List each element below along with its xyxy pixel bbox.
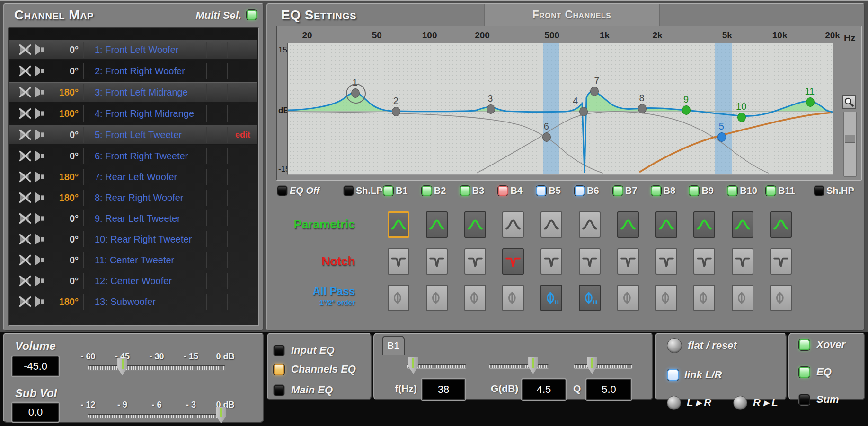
scope-led[interactable]: [274, 385, 284, 396]
band-toggle-b8[interactable]: B8: [651, 185, 676, 196]
view-toggle-eq[interactable]: EQ: [799, 366, 832, 378]
notch-button-b3[interactable]: [464, 248, 486, 275]
band-toggle-b3[interactable]: B3: [460, 185, 485, 196]
channel-row[interactable]: 0°6: Front Right Tweeter: [9, 147, 257, 165]
allpass-button-b5[interactable]: [540, 285, 562, 311]
eq-point-8[interactable]: [638, 104, 647, 113]
eq-point-11[interactable]: [806, 97, 815, 107]
band-toggle-b7[interactable]: B7: [613, 185, 638, 196]
scope-item-input-eq[interactable]: Input EQ: [274, 344, 335, 356]
phase-value[interactable]: 180°: [49, 190, 84, 206]
allpass-button-b7[interactable]: [617, 285, 639, 311]
allpass-button-b9[interactable]: [693, 285, 715, 311]
speaker-icon[interactable]: [34, 274, 49, 287]
parametric-button-b7[interactable]: [617, 211, 639, 238]
channel-name[interactable]: 13: Subwoofer: [90, 296, 206, 307]
scope-item-main-eq[interactable]: Main EQ: [274, 384, 333, 396]
parametric-button-b9[interactable]: [693, 211, 715, 238]
phase-value[interactable]: 0°: [49, 231, 84, 247]
q-slider-track[interactable]: [574, 364, 632, 368]
channel-row[interactable]: 180°13: Subwoofer: [9, 292, 257, 311]
phase-value[interactable]: 180°: [49, 294, 84, 310]
speaker-mute-icon[interactable]: [19, 149, 34, 163]
allpass-button-b6[interactable]: [579, 285, 601, 311]
notch-button-b2[interactable]: [426, 248, 448, 275]
band-toggle-b9[interactable]: B9: [689, 185, 714, 196]
band-toggle-b5[interactable]: B5: [536, 185, 561, 196]
eq-point-6[interactable]: [542, 132, 551, 142]
speaker-mute-icon[interactable]: [19, 128, 34, 141]
speaker-mute-icon[interactable]: [19, 64, 34, 78]
allpass-button-b10[interactable]: [732, 285, 753, 311]
sub-vol-slider[interactable]: [88, 414, 225, 418]
allpass-button-b11[interactable]: [770, 285, 792, 311]
phase-value[interactable]: 180°: [49, 169, 84, 185]
eq-point-2[interactable]: [392, 107, 400, 116]
phase-value[interactable]: 0°: [49, 42, 84, 58]
band-toggle-b1[interactable]: B1: [383, 185, 408, 196]
speaker-icon[interactable]: [34, 64, 49, 78]
band-toggle-b4[interactable]: B4: [498, 185, 523, 196]
speaker-mute-icon[interactable]: [19, 107, 34, 120]
shelf-highpass-toggle-led[interactable]: [814, 186, 824, 196]
speaker-icon[interactable]: [34, 253, 49, 267]
channel-name[interactable]: 6: Front Right Tweeter: [90, 151, 206, 162]
allpass-button-b8[interactable]: [655, 285, 677, 311]
view-led[interactable]: [799, 367, 810, 378]
band-toggle-b11-led[interactable]: [766, 186, 776, 196]
volume-slider-track[interactable]: [88, 365, 225, 370]
parametric-button-b11[interactable]: [770, 211, 792, 238]
speaker-mute-icon[interactable]: [19, 233, 34, 246]
band-toggle-b2-led[interactable]: [422, 186, 432, 196]
channel-name[interactable]: 2: Front Right Woofer: [90, 66, 206, 77]
eq-point-5[interactable]: [717, 132, 726, 142]
scope-item-channels-eq[interactable]: Channels EQ: [274, 363, 356, 375]
scope-led[interactable]: [274, 364, 284, 375]
graph-zoom-slider-handle[interactable]: [845, 135, 855, 143]
channel-name[interactable]: 12: Center Woofer: [90, 276, 206, 287]
eq-point-7[interactable]: [590, 87, 599, 96]
channel-name[interactable]: 1: Front Left Woofer: [90, 44, 206, 55]
gain-slider-track[interactable]: [489, 364, 549, 368]
allpass-button-b1[interactable]: [388, 285, 409, 311]
speaker-mute-icon[interactable]: [19, 170, 34, 183]
phase-value[interactable]: 180°: [49, 84, 84, 100]
tab-front-channels[interactable]: Front Channels: [484, 4, 660, 26]
speaker-icon[interactable]: [34, 107, 49, 120]
band-toggle-b11[interactable]: B11: [766, 185, 795, 196]
scope-led[interactable]: [274, 345, 284, 356]
channel-name[interactable]: 7: Rear Left Woofer: [90, 172, 206, 183]
volume-slider[interactable]: [88, 365, 225, 370]
speaker-mute-icon[interactable]: [19, 295, 34, 308]
shelf-lowpass-toggle-led[interactable]: [344, 186, 354, 196]
sub-vol-slider-handle[interactable]: [215, 407, 227, 424]
q-slider-handle[interactable]: [586, 357, 598, 374]
parametric-button-b4[interactable]: [502, 211, 524, 238]
eq-point-3[interactable]: [487, 104, 495, 114]
speaker-icon[interactable]: [34, 191, 49, 204]
speaker-mute-icon[interactable]: [19, 191, 34, 204]
channel-row[interactable]: 0°12: Center Woofer: [9, 271, 257, 290]
eq-point-4[interactable]: [579, 107, 588, 116]
link-lr-toggle[interactable]: [667, 369, 679, 381]
speaker-icon[interactable]: [34, 86, 49, 99]
copy-right-to-left-button[interactable]: [733, 396, 747, 410]
band-toggle-b7-led[interactable]: [613, 186, 623, 196]
channel-row[interactable]: 180°4: Front Right Midrange: [9, 104, 257, 123]
eq-off-toggle-led[interactable]: [277, 186, 287, 196]
band-toggle-b2[interactable]: B2: [422, 185, 446, 196]
frequency-slider[interactable]: [407, 364, 466, 369]
frequency-slider-handle[interactable]: [407, 357, 419, 374]
speaker-mute-icon[interactable]: [19, 86, 34, 99]
view-toggle-sum[interactable]: Sum: [799, 393, 839, 406]
q-slider[interactable]: [574, 364, 632, 369]
band-toggle-b9-led[interactable]: [689, 186, 699, 196]
graph-zoom-button[interactable]: [842, 95, 856, 109]
copy-left-to-right-button[interactable]: [667, 396, 681, 410]
allpass-button-b3[interactable]: [464, 285, 486, 311]
notch-button-b10[interactable]: [732, 248, 753, 275]
channel-name[interactable]: 11: Center Tweeter: [90, 255, 206, 266]
band-toggle-b1-led[interactable]: [383, 186, 393, 196]
speaker-mute-icon[interactable]: [19, 274, 34, 287]
channel-name[interactable]: 8: Rear Right Woofer: [90, 192, 206, 203]
